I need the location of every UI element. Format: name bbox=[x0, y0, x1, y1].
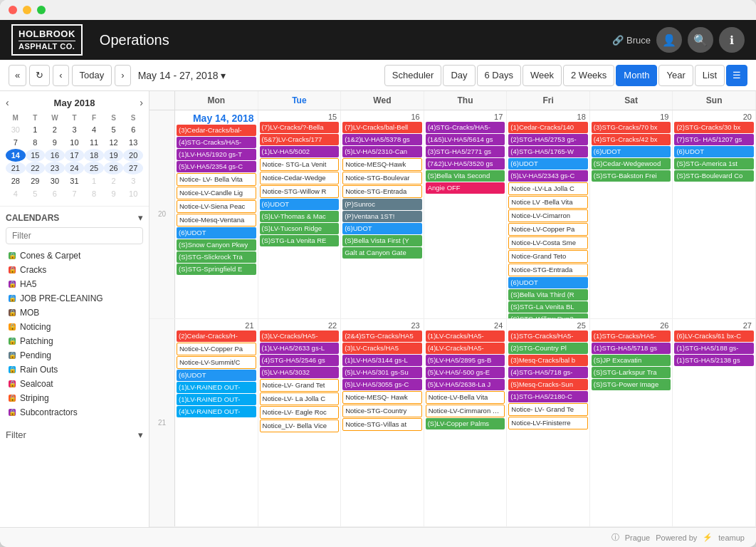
minimize-btn[interactable] bbox=[23, 6, 31, 14]
mini-cal-day[interactable]: 21 bbox=[6, 162, 26, 174]
user-avatar-btn[interactable]: 👤 bbox=[656, 27, 682, 53]
calendar-event[interactable]: (S)STG-Slickrock Tra bbox=[177, 251, 256, 263]
mini-cal-day[interactable]: 29 bbox=[26, 174, 46, 187]
calendar-event[interactable]: Notice -LV-La Jolla C bbox=[508, 182, 588, 195]
calendar-item[interactable]: 🔒 Noticing bbox=[6, 320, 143, 334]
close-btn[interactable] bbox=[9, 6, 17, 14]
calendar-event[interactable]: Notice-LV- Grand Tet bbox=[260, 379, 340, 392]
mini-cal-day[interactable]: 4 bbox=[6, 187, 26, 200]
mini-cal-day[interactable]: 11 bbox=[84, 136, 104, 149]
mini-cal-day[interactable]: 30 bbox=[45, 174, 65, 187]
calendar-event[interactable]: (1)STG-HA5/5718 gs bbox=[592, 343, 671, 354]
calendar-event[interactable]: (4)LV-Cracks/HA5- bbox=[426, 343, 505, 354]
mini-cal-day[interactable]: 7 bbox=[65, 187, 85, 200]
calendar-event[interactable]: (2)STG-Cracks/30 bx bbox=[674, 122, 754, 133]
mini-cal-day[interactable]: 9 bbox=[104, 187, 124, 200]
calendar-event[interactable]: (S)Bella Vita Third (R bbox=[508, 289, 588, 301]
calendar-event[interactable]: Notice-MESQ-Hawk bbox=[342, 158, 422, 171]
calendar-event[interactable]: (S)LV-Copper Palms bbox=[426, 418, 505, 429]
calendar-item[interactable]: 🔒 Cracks bbox=[6, 263, 143, 277]
calendar-event[interactable]: (4)STG-HA5/2546 gs bbox=[260, 355, 340, 366]
week-btn[interactable]: Week bbox=[523, 65, 562, 86]
calendar-event[interactable]: Notice-LV-Bella Vita bbox=[426, 391, 505, 404]
mini-cal-day[interactable]: 22 bbox=[26, 162, 46, 174]
calendar-event[interactable]: (4)STG-HA5/718 gs- bbox=[508, 367, 588, 378]
calendar-event[interactable]: Notice-Mesq-Ventana bbox=[177, 214, 256, 226]
calendar-event[interactable]: (1)LV-HA5/1920 gs-T bbox=[177, 149, 256, 160]
calendar-event[interactable]: Notice-LV-Copper Pa bbox=[508, 223, 588, 236]
calendar-event[interactable]: (1)LV-Cracks/HA5- bbox=[426, 330, 505, 342]
calendar-item[interactable]: 🔒 JOB PRE-CLEANING bbox=[6, 291, 143, 306]
calendar-event[interactable]: (6)UDOT bbox=[177, 370, 256, 381]
calendar-event[interactable]: Notice-LV- Eagle Roc bbox=[260, 406, 340, 419]
search-btn[interactable]: 🔍 bbox=[688, 27, 713, 53]
mini-cal-day[interactable]: 3 bbox=[123, 174, 143, 187]
calendar-item[interactable]: 🔒 Sealcoat bbox=[6, 377, 143, 391]
calendar-event[interactable]: (S)LV-Tucson Ridge bbox=[260, 223, 340, 234]
calendar-event[interactable]: (4)LV-RAINED OUT- bbox=[177, 406, 256, 417]
calendar-item[interactable]: 🔒 MOB bbox=[6, 306, 143, 320]
today-btn[interactable]: Today bbox=[72, 65, 112, 86]
2weeks-btn[interactable]: 2 Weeks bbox=[563, 65, 614, 86]
mini-cal-day[interactable]: 8 bbox=[84, 187, 104, 200]
calendar-event[interactable]: (1)LV-RAINED OUT- bbox=[177, 394, 256, 405]
calendar-event[interactable]: (1&2)LV-HA5/5378 gs bbox=[342, 134, 422, 145]
mini-cal-day[interactable]: 13 bbox=[123, 136, 143, 149]
mini-cal-day[interactable]: 1 bbox=[84, 174, 104, 187]
mini-cal-day[interactable]: 27 bbox=[123, 162, 143, 174]
calendar-event[interactable]: (5)LV-HA5/-500 gs-E bbox=[426, 367, 505, 378]
list-btn[interactable]: List bbox=[695, 65, 725, 86]
mini-cal-day[interactable]: 31 bbox=[65, 174, 85, 187]
calendar-event[interactable]: (3)LV-Cracks/HA5- bbox=[260, 330, 340, 342]
filter-row[interactable]: Filter ▾ bbox=[0, 425, 149, 443]
calendar-event[interactable]: (1)STG-Cracks/HA5- bbox=[508, 330, 588, 342]
calendar-event[interactable]: (1)LV-RAINED OUT- bbox=[177, 382, 256, 393]
mini-cal-day[interactable]: 14 bbox=[6, 149, 26, 162]
calendar-event[interactable]: (S)LV-Thomas & Mac bbox=[260, 211, 340, 222]
mini-cal-day[interactable]: 19 bbox=[104, 149, 124, 162]
next-btn[interactable]: › bbox=[115, 65, 130, 86]
calendar-event[interactable]: (5&7)LV-Cracks/177 bbox=[260, 134, 340, 145]
calendar-event[interactable]: Notice-LV- La Jolla C bbox=[260, 392, 340, 405]
calendar-event[interactable]: (1)LV-HA5/5002 bbox=[260, 146, 340, 157]
mini-cal-day[interactable]: 6 bbox=[45, 187, 65, 200]
calendar-event[interactable]: (S)STG-Larkspur Tra bbox=[592, 367, 671, 378]
calendar-event[interactable]: Notice-LV-Candle Lig bbox=[177, 187, 256, 199]
calendar-event[interactable]: (3)LV-Cracks/HA5 bbox=[342, 343, 422, 354]
calendar-event[interactable]: (6)LV-Cracks/61 bx-C bbox=[674, 330, 754, 342]
mini-cal-day[interactable]: 24 bbox=[65, 162, 85, 174]
mini-cal-day[interactable]: 1 bbox=[26, 123, 46, 136]
calendar-event[interactable]: (5)Mesq-Cracks-Sun bbox=[508, 379, 588, 390]
calendar-event[interactable]: Notice-Grand Teto bbox=[508, 250, 588, 263]
calendar-item[interactable]: 🔒 Patching bbox=[6, 334, 143, 348]
calendar-event[interactable]: Notice-LV-Finisterre bbox=[508, 417, 588, 429]
calendars-collapse-btn[interactable]: ▾ bbox=[138, 212, 143, 223]
calendar-item[interactable]: 🔒 Pending bbox=[6, 348, 143, 363]
mini-cal-day[interactable]: 9 bbox=[45, 136, 65, 149]
calendar-event[interactable]: Notice-STG-Villas at bbox=[342, 418, 422, 431]
calendar-event[interactable]: Notice-STG-Entrada bbox=[508, 264, 588, 276]
calendar-event[interactable]: (S)STG-Boulevard Co bbox=[674, 170, 754, 182]
calendar-item[interactable]: 🔒 Cones & Carpet bbox=[6, 249, 143, 263]
calendar-event[interactable]: (1)STG-HA5/188 gs- bbox=[674, 343, 754, 354]
mini-cal-day[interactable]: 18 bbox=[84, 149, 104, 162]
calendar-event[interactable]: Notice-LV-Cimarron bbox=[508, 209, 588, 222]
date-range[interactable]: May 14 - 27, 2018 ▾ bbox=[134, 70, 231, 81]
mini-cal-day[interactable]: 30 bbox=[6, 123, 26, 136]
mini-cal-day[interactable]: 26 bbox=[104, 162, 124, 174]
calendar-event[interactable]: Notice-STG-Country bbox=[342, 405, 422, 417]
calendar-event[interactable]: (2)Cedar-Cracks/H- bbox=[177, 330, 256, 342]
mini-cal-day[interactable]: 25 bbox=[84, 162, 104, 174]
mini-cal-day[interactable]: 2 bbox=[45, 123, 65, 136]
calendar-event[interactable]: (5)LV-HA5/3032 bbox=[260, 367, 340, 378]
calendar-item[interactable]: 🔒 Rain Outs bbox=[6, 363, 143, 377]
calendar-event[interactable]: (3)Cedar-Cracks/bal- bbox=[177, 125, 256, 136]
user-link[interactable]: 🔗 Bruce bbox=[612, 35, 651, 46]
calendar-event[interactable]: Notice- STG-La Venit bbox=[260, 158, 340, 171]
mini-cal-day[interactable]: 12 bbox=[104, 136, 124, 149]
calendar-cell[interactable]: 15(7)LV-Cracks/?-Bella(5&7)LV-Cracks/177… bbox=[258, 110, 342, 318]
calendar-event[interactable]: (6)UDOT bbox=[177, 227, 256, 239]
mini-cal-day[interactable]: 23 bbox=[45, 162, 65, 174]
calendar-event[interactable]: Notice-Cedar-Wedge bbox=[260, 172, 340, 184]
calendar-event[interactable]: (S)JP Excavatin bbox=[592, 355, 671, 366]
